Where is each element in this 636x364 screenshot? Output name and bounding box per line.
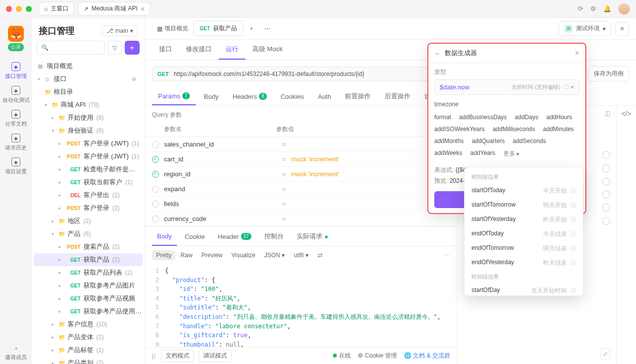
tree-row[interactable]: ▾📁产品(6) bbox=[34, 227, 143, 240]
close-tab-icon[interactable]: × bbox=[141, 5, 145, 13]
fn-addYears[interactable]: addYears bbox=[470, 149, 495, 158]
gear-icon[interactable]: ⚙ bbox=[590, 5, 596, 12]
tree-row[interactable]: ▾📁商城 API(78) bbox=[34, 98, 143, 111]
collapse-icon[interactable]: |⟨ bbox=[152, 353, 156, 360]
param-row[interactable]: cart_id = mock 'increment' ✨ bbox=[145, 152, 457, 167]
ptab-后置操作[interactable]: 后置操作 bbox=[379, 87, 416, 105]
detail-dot[interactable] bbox=[602, 191, 610, 199]
param-value[interactable]: mock 'increment' bbox=[291, 170, 339, 178]
dd-startOfToday[interactable]: startOfToday今天开始 ⓘ bbox=[465, 184, 583, 198]
rail-clock-icon[interactable]: ◆请求历史 bbox=[0, 131, 32, 154]
refresh-icon[interactable]: ⟳ bbox=[578, 5, 583, 12]
tree-row[interactable]: ▸GET获取参考产品视频 bbox=[34, 292, 143, 305]
tree-row[interactable]: ▸📁产品类别(2) bbox=[34, 357, 143, 364]
tree-row[interactable]: ▸📁开始使用(8) bbox=[34, 111, 143, 124]
fn-addMilliseconds[interactable]: addMilliseconds bbox=[492, 126, 535, 133]
subtab-0[interactable]: 接口 bbox=[152, 40, 179, 60]
tree-row[interactable]: ▸GET获取参考产品使用… bbox=[34, 305, 143, 318]
home-tab[interactable]: ⌂ 主窗口 bbox=[39, 2, 74, 15]
tree-row[interactable]: ▸📁产品标签(1) bbox=[34, 344, 143, 357]
tree-row[interactable]: ▸📁客户信息(10) bbox=[34, 318, 143, 331]
avatar[interactable] bbox=[618, 3, 630, 15]
ptab-Body[interactable]: Body bbox=[198, 87, 225, 105]
close-window[interactable] bbox=[6, 6, 12, 12]
response-code[interactable]: 1{2 "product": {3 "id": "100",4 "title":… bbox=[145, 264, 457, 347]
minimize-window[interactable] bbox=[16, 6, 22, 12]
tree-row[interactable]: ▸POST客户登录(2) bbox=[34, 202, 143, 215]
fn-addHours[interactable]: addHours bbox=[546, 114, 572, 121]
more-format[interactable]: ⋯ bbox=[444, 252, 450, 259]
tree-row[interactable]: ▸POST客户登录 (JWT)(1) bbox=[34, 137, 143, 150]
fn-more[interactable]: 更多 ▾ bbox=[503, 149, 519, 158]
fn-addQuarters[interactable]: addQuarters bbox=[472, 138, 505, 145]
close-icon[interactable]: × bbox=[575, 49, 579, 58]
rtab-实际请求[interactable]: 实际请求● bbox=[292, 227, 333, 246]
param-row[interactable]: region_id = mock 'increment' bbox=[145, 167, 457, 182]
api-tab[interactable]: GET 获取产品 bbox=[193, 21, 243, 36]
fmt-visualize[interactable]: Visualize bbox=[228, 250, 259, 260]
tree-row[interactable]: ▸GET获取参考产品图片 bbox=[34, 279, 143, 292]
subtab-3[interactable]: 高级 Mock bbox=[245, 40, 290, 60]
rtab-控制台[interactable]: 控制台 bbox=[259, 227, 289, 246]
ptab-Params[interactable]: Params7 bbox=[152, 87, 196, 105]
cookie-manage[interactable]: ⚙ Cookie 管理 bbox=[358, 352, 397, 360]
tree-row[interactable]: 📁根目录 bbox=[34, 85, 143, 98]
fn-addWeeks[interactable]: addWeeks bbox=[434, 149, 462, 158]
tree-row[interactable]: ▸📁地区(2) bbox=[34, 215, 143, 227]
rail-flow-icon[interactable]: ◆自动化测试 bbox=[0, 83, 32, 107]
tree-row[interactable]: ▦项目概览 bbox=[34, 60, 143, 73]
overview-tab[interactable]: ▦项目概览 bbox=[152, 21, 193, 36]
rail-api-icon[interactable]: ◆接口管理 bbox=[0, 59, 32, 83]
debug-mode[interactable]: 调试模式 bbox=[199, 350, 232, 362]
detail-dot[interactable] bbox=[602, 164, 610, 172]
tree-row[interactable]: ▾📁身份验证(6) bbox=[34, 124, 143, 137]
branch-select[interactable]: ⎇ main ▾ bbox=[102, 25, 138, 36]
type-select[interactable]: $date.now 当前时间 (支持偏移) ⓘ ▾ bbox=[434, 79, 579, 95]
detail-dot[interactable] bbox=[602, 178, 610, 186]
panel-layout-icon[interactable]: ◫ bbox=[605, 110, 610, 117]
fn-addSeconds[interactable]: addSeconds bbox=[513, 138, 546, 145]
fn-addISOWeekYears[interactable]: addISOWeekYears bbox=[434, 126, 484, 133]
rtab-Cookie[interactable]: Cookie bbox=[180, 227, 210, 246]
checkbox-icon[interactable] bbox=[152, 141, 159, 148]
fmt-preview[interactable]: Preview bbox=[197, 250, 227, 260]
tree-row[interactable]: ▸GET获取当前客户(1) bbox=[34, 176, 143, 189]
env-select[interactable]: 测 测试环境 ▾ bbox=[558, 21, 611, 36]
more-tabs[interactable]: ⋯ bbox=[259, 22, 275, 35]
param-row[interactable]: sales_channel_id = bbox=[145, 137, 457, 152]
dd-startOfYesterday[interactable]: startOfYesterday昨天开始 ⓘ bbox=[465, 213, 583, 227]
ptab-Cookies[interactable]: Cookies bbox=[275, 87, 310, 105]
expand-panel-icon[interactable]: ⤢ bbox=[600, 348, 610, 360]
dd-startOfDay[interactable]: startOfDay当天开始时间 ⓘ bbox=[465, 284, 583, 296]
checkbox-icon[interactable] bbox=[152, 216, 159, 222]
dd-endOfYesterday[interactable]: endOfYesterday昨天结束 ⓘ bbox=[465, 256, 583, 270]
tree-row[interactable]: ▸POST搜索产品(2) bbox=[34, 240, 143, 253]
param-row[interactable]: fields = bbox=[145, 197, 457, 212]
wrap-icon[interactable]: ⇄ bbox=[314, 250, 326, 260]
project-tab[interactable]: ↗ Medusa 商城 API × bbox=[78, 2, 150, 15]
search-input[interactable]: 🔍 bbox=[37, 41, 105, 55]
fmt-raw[interactable]: Raw bbox=[176, 250, 196, 260]
param-row[interactable]: expand = bbox=[145, 182, 457, 197]
code-icon[interactable]: </> bbox=[621, 110, 631, 118]
fn-addDays[interactable]: addDays bbox=[515, 114, 538, 121]
add-button[interactable]: ＋ bbox=[125, 41, 140, 55]
docs-link[interactable]: 🌐 文档 & 交流群 bbox=[404, 352, 450, 360]
tree-row[interactable]: ▾⊙接口⊕ bbox=[34, 73, 143, 85]
tree-row[interactable]: ▸GET获取产品列表(2) bbox=[34, 266, 143, 279]
dd-startOfTomorrow[interactable]: startOfTomorrow明天开始 ⓘ bbox=[465, 198, 583, 213]
subtab-2[interactable]: 运行 bbox=[219, 40, 245, 60]
bell-icon[interactable]: 🔔 bbox=[603, 5, 611, 12]
fn-addMonths[interactable]: addMonths bbox=[434, 138, 464, 145]
save-case-button[interactable]: 保存为用例 bbox=[588, 66, 629, 81]
checkbox-icon[interactable] bbox=[152, 201, 159, 208]
fn-addMinutes[interactable]: addMinutes bbox=[543, 126, 574, 133]
tree-row[interactable]: ▸DEL客户登出(2) bbox=[34, 189, 143, 202]
fmt-type[interactable]: JSON ▾ bbox=[260, 250, 289, 260]
ptab-Headers[interactable]: Headers8 bbox=[227, 87, 273, 105]
checkbox-icon[interactable] bbox=[152, 171, 159, 178]
tree-row[interactable]: ▸GET检查电子邮件是… bbox=[34, 163, 143, 176]
back-icon[interactable]: ← bbox=[434, 50, 441, 57]
rail-book-icon[interactable]: ◆分享文档 bbox=[0, 107, 32, 131]
invite-button[interactable]: ＋ 邀请成员 bbox=[3, 342, 29, 364]
